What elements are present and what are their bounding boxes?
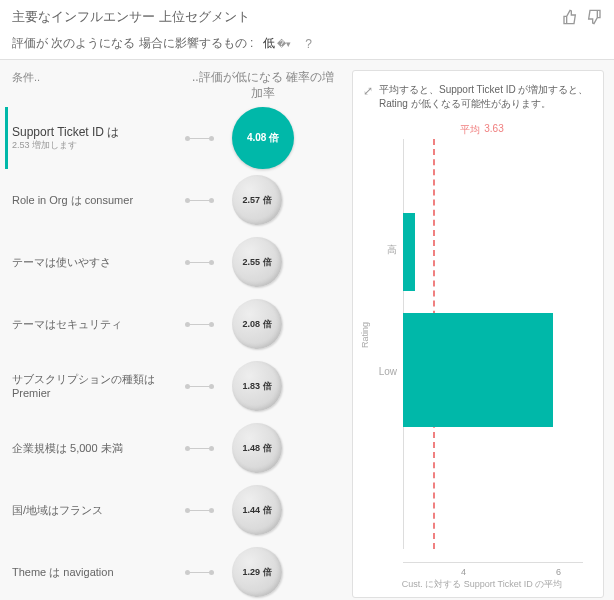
x-axis [403,562,583,563]
x-tick: 6 [556,567,561,577]
connector-line [187,200,212,201]
influencer-label: テーマはセキュリティ [12,317,187,331]
value-dropdown[interactable]: 低 �▾ [259,34,295,53]
chevron-down-icon: �▾ [277,39,291,49]
probability-bubble: 1.48 倍 [232,423,282,473]
influencer-row[interactable]: 企業規模は 5,000 未満1.48 倍 [12,417,334,479]
influencer-label: Support Ticket ID は2.53 増加します [12,125,187,152]
col-header-probability: ..評価が低になる 確率の増加率 [192,70,334,101]
feedback-thumbs [562,9,602,25]
influencer-label: 国/地域はフランス [12,503,187,517]
x-tick: 4 [461,567,466,577]
influencer-label: Theme は navigation [12,565,187,579]
detail-panel: ⤢ 平均すると、Support Ticket ID が増加すると、Rating … [352,70,604,598]
influencers-panel: 条件.. ..評価が低になる 確率の増加率 Support Ticket ID … [0,60,342,600]
thumbs-up-icon[interactable] [562,9,578,25]
connector-line [187,572,212,573]
influencer-row[interactable]: 国/地域はフランス1.44 倍 [12,479,334,541]
subtitle-prefix: 評価が 次のようになる 場合に影響するもの : [12,35,253,52]
subtitle-row: 評価が 次のようになる 場合に影響するもの : 低 �▾ ? [12,34,602,53]
connector-line [187,386,212,387]
expand-icon[interactable]: ⤢ [363,83,373,111]
influencer-row[interactable]: サブスクリプションの種類は Premier1.83 倍 [12,355,334,417]
connector-line [187,448,212,449]
x-axis-title: Cust. に対する Support Ticket ID の平均 [371,578,593,591]
probability-bubble: 4.08 倍 [232,107,294,169]
avg-label: 平均 3.63 [460,123,503,137]
probability-bubble: 1.29 倍 [232,547,282,597]
thumbs-down-icon[interactable] [586,9,602,25]
influencer-label: サブスクリプションの種類は Premier [12,372,187,401]
bar-chart: 平均 3.63 Rating 高 Low 4 6 Cust. に対する Supp… [371,123,593,589]
connector-line [187,324,212,325]
connector-line [187,262,212,263]
influencer-row[interactable]: Support Ticket ID は2.53 増加します4.08 倍 [5,107,334,169]
col-header-condition: 条件.. [12,70,192,101]
influencer-row[interactable]: Theme は navigation1.29 倍 [12,541,334,600]
influencer-label: テーマは使いやすさ [12,255,187,269]
y-tick-low: Low [369,366,397,377]
page-title: 主要なインフルエンサー 上位セグメント [12,8,250,26]
dropdown-value: 低 [263,35,275,52]
probability-bubble: 1.83 倍 [232,361,282,411]
bar-low [403,313,553,427]
influencer-row[interactable]: Role in Org は consumer2.57 倍 [12,169,334,231]
y-axis-title: Rating [360,322,370,348]
probability-bubble: 2.08 倍 [232,299,282,349]
influencer-label: 企業規模は 5,000 未満 [12,441,187,455]
influencer-row[interactable]: テーマは使いやすさ2.55 倍 [12,231,334,293]
connector-line [187,138,212,139]
probability-bubble: 2.57 倍 [232,175,282,225]
influencer-row[interactable]: テーマはセキュリティ2.08 倍 [12,293,334,355]
influencer-label: Role in Org は consumer [12,193,187,207]
bar-high [403,213,415,291]
panel-description: 平均すると、Support Ticket ID が増加すると、Rating が低… [379,83,593,111]
probability-bubble: 1.44 倍 [232,485,282,535]
y-tick-high: 高 [369,243,397,257]
help-icon[interactable]: ? [305,37,312,51]
probability-bubble: 2.55 倍 [232,237,282,287]
connector-line [187,510,212,511]
